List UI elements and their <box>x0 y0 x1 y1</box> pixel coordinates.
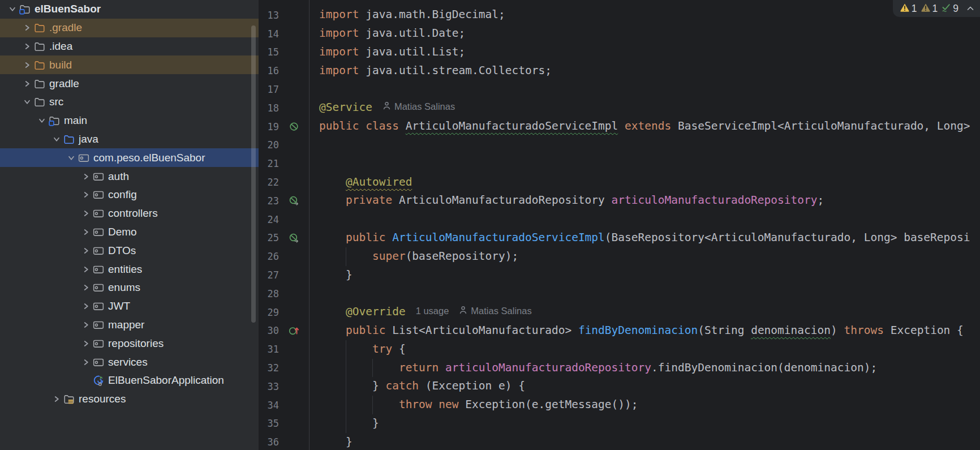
gutter-spacer <box>279 284 309 303</box>
chevron-right-icon[interactable] <box>79 338 92 349</box>
chevron-down-icon[interactable] <box>6 3 19 15</box>
tree-item-repositories[interactable]: repositories <box>0 334 259 353</box>
chevron-right-icon[interactable] <box>79 319 92 331</box>
tree-item-src[interactable]: src <box>0 93 259 112</box>
tree-scrollbar[interactable] <box>251 25 256 323</box>
editor-line-33: 33 } catch (Exception e) { <box>259 377 980 396</box>
code-text: public List<ArticuloManufacturado> findB… <box>309 322 980 340</box>
editor-line-16: 16import java.util.stream.Collectors; <box>259 62 980 80</box>
tree-item-label: resources <box>79 393 126 405</box>
tree-item-gradle[interactable]: .gradle <box>0 19 259 37</box>
chevron-right-icon[interactable] <box>20 59 33 71</box>
override-gutter-icon[interactable] <box>279 322 309 340</box>
tree-item-label: ElBuenSaborApplication <box>108 374 224 387</box>
chevron-right-icon[interactable] <box>79 264 92 275</box>
tree-item-build[interactable]: build <box>0 55 259 74</box>
inlay-hint[interactable]: Matias Salinas <box>459 306 531 316</box>
chevron-right-icon[interactable] <box>79 245 92 256</box>
tree-item-services[interactable]: services <box>0 353 259 371</box>
tree-item-main[interactable]: main <box>0 112 259 130</box>
person-icon <box>459 306 467 316</box>
inlay-hint[interactable]: 1 usage <box>416 306 449 316</box>
gutter-spacer <box>279 210 309 229</box>
tree-item-gradle[interactable]: gradle <box>0 74 259 93</box>
tree-item-auth[interactable]: auth <box>0 167 259 186</box>
tree-item-config[interactable]: config <box>0 186 259 204</box>
tree-item-jwt[interactable]: JWT <box>0 297 259 316</box>
code-token: articuloManufacturadoRepository <box>612 194 818 207</box>
tree-item-label: java <box>79 133 98 145</box>
indent-guide <box>346 340 346 359</box>
chevron-right-icon[interactable] <box>79 208 92 219</box>
inlay-hint[interactable]: Matias Salinas <box>382 101 455 112</box>
editor-line-26: 26 super(baseRepository); <box>259 247 980 266</box>
line-number: 34 <box>259 400 279 411</box>
editor-panel[interactable]: 1213import java.math.BigDecimal;14import… <box>259 0 980 450</box>
code-token: @Service <box>319 101 372 114</box>
typos-indicator[interactable]: 9 <box>941 2 958 15</box>
code-token: denominacion <box>751 324 831 337</box>
tree-item-entities[interactable]: entities <box>0 260 259 278</box>
tree-item-mapper[interactable]: mapper <box>0 316 259 335</box>
code-text: @Autowired <box>309 173 980 192</box>
typo-check-icon <box>941 2 951 15</box>
line-number: 22 <box>259 177 279 188</box>
chevron-right-icon[interactable] <box>20 22 33 33</box>
tree-item-controllers[interactable]: controllers <box>0 204 259 223</box>
editor-line-17: 17 <box>259 80 980 99</box>
folder-ex-icon <box>33 59 46 71</box>
tree-item-label: enums <box>108 281 140 294</box>
chevron-right-icon[interactable] <box>79 357 92 368</box>
code-token: } <box>319 268 353 281</box>
chevron-right-icon[interactable] <box>79 171 92 182</box>
tree-item-enums[interactable]: enums <box>0 278 259 297</box>
chevron-right-icon[interactable] <box>50 393 63 405</box>
bean-arrow-gutter-icon[interactable] <box>279 191 309 210</box>
chevron-down-icon[interactable] <box>35 115 48 126</box>
editor-line-32: 32 return articuloManufacturadoRepositor… <box>259 359 980 378</box>
line-number: 25 <box>259 232 279 243</box>
editor-line-21: 21 <box>259 155 980 173</box>
tree-item-idea[interactable]: .idea <box>0 37 259 56</box>
chevron-right-icon[interactable] <box>79 226 92 238</box>
tree-item-resources[interactable]: resources <box>0 390 259 409</box>
module-icon <box>19 3 31 15</box>
gutter-spacer <box>279 247 309 266</box>
code-token <box>319 231 346 244</box>
tree-item-java[interactable]: java <box>0 130 259 149</box>
package-icon <box>92 301 105 312</box>
indent-guide <box>372 359 373 378</box>
code-token: return <box>399 361 445 374</box>
chevron-down-icon[interactable] <box>50 134 63 145</box>
chevron-right-icon[interactable] <box>20 78 33 89</box>
person-icon <box>382 101 391 112</box>
editor-line-27: 27 } <box>259 266 980 285</box>
tree-item-com-peso-elbuensabor[interactable]: com.peso.elBuenSabor <box>0 148 259 167</box>
chevron-down-icon[interactable] <box>20 96 33 108</box>
chevron-right-icon[interactable] <box>79 301 92 312</box>
code-token: java.util.List; <box>366 45 465 58</box>
chevron-down-icon[interactable] <box>65 152 78 164</box>
code-token: try <box>372 342 399 355</box>
code-text: throw new Exception(e.getMessage()); <box>309 396 980 414</box>
bean-gutter-icon[interactable] <box>279 117 309 136</box>
line-number: 18 <box>259 102 279 114</box>
chevron-right-icon[interactable] <box>79 189 92 200</box>
chevron-right-icon[interactable] <box>20 41 33 52</box>
chevron-right-icon[interactable] <box>79 282 92 293</box>
gutter-spacer <box>279 43 309 62</box>
tree-item-elbuensabor[interactable]: elBuenSabor <box>0 0 259 19</box>
tree-item-demo[interactable]: Demo <box>0 223 259 242</box>
strong-warnings-indicator[interactable]: 1 <box>900 2 917 15</box>
inlay-hint-text: Matias Salinas <box>394 101 455 112</box>
code-text: public ArticuloManufacturadoServiceImpl(… <box>309 229 980 247</box>
bean-arrow-gutter-icon[interactable] <box>279 229 309 247</box>
line-number: 17 <box>259 84 279 95</box>
gutter-spacer <box>279 6 309 24</box>
tree-item-elbuensaborapplication[interactable]: ElBuenSaborApplication <box>0 371 259 390</box>
tree-item-dtos[interactable]: DTOs <box>0 241 259 260</box>
line-number: 15 <box>259 46 279 58</box>
weak-warnings-indicator[interactable]: 1 <box>921 2 938 15</box>
gutter-spacer <box>279 359 309 378</box>
chevron-up-icon[interactable] <box>965 3 975 14</box>
